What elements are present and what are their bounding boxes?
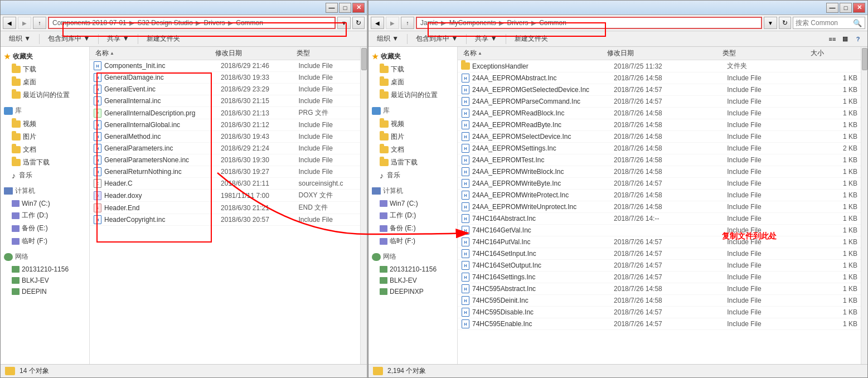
right-file-row[interactable]: H 74HC595Disable.Inc 2018/7/26 14:57 Inc…: [458, 307, 861, 318]
left-sidebar-item-quickdownload[interactable]: 迅雷下载: [1, 156, 89, 169]
right-scrollbar[interactable]: [861, 47, 867, 364]
right-share-button[interactable]: 共享 ▼: [470, 33, 502, 45]
right-computer-header[interactable]: 计算机: [368, 184, 457, 198]
right-file-row[interactable]: H 24AA_EEPROMReadBlock.Inc 2018/7/26 14:…: [458, 108, 861, 119]
right-file-row[interactable]: H 74HC164SetOutput.Inc 2018/7/26 14:57 I…: [458, 260, 861, 272]
left-col-name-header[interactable]: 名称 ▲: [93, 49, 213, 58]
left-file-row[interactable]: H GeneralParametersNone.inc 2018/6/30 19…: [90, 154, 360, 166]
left-file-row[interactable]: H GeneralMethod.inc 2018/6/30 19:43 Incl…: [90, 131, 360, 143]
right-back-button[interactable]: ◀: [371, 17, 384, 29]
left-maximize-button[interactable]: □: [339, 3, 351, 13]
right-sidebar-item-quickdownload[interactable]: 迅雷下载: [368, 156, 457, 169]
left-library-header[interactable]: 库: [1, 104, 89, 118]
right-up-button[interactable]: ↑: [401, 17, 414, 29]
left-sidebar-item-backupe[interactable]: 备份 (E:): [1, 222, 89, 235]
right-new-folder-button[interactable]: 新建文件夹: [510, 33, 553, 45]
right-file-row[interactable]: H 24AA_EEPROMSelectDevice.Inc 2018/7/26 …: [458, 131, 861, 143]
left-sidebar-item-tempf[interactable]: 临时 (F:): [1, 235, 89, 248]
right-file-row[interactable]: H 24AA_EEPROMWriteProtect.Inc 2018/7/26 …: [458, 190, 861, 201]
left-sidebar-item-recent[interactable]: 最近访问的位置: [1, 89, 89, 101]
right-sidebar-item-net2[interactable]: BLKJ-EV: [368, 275, 457, 286]
left-sidebar-item-download[interactable]: 下载: [1, 63, 89, 76]
left-file-row[interactable]: C Header.C 2018/6/30 21:11 sourceinsight…: [90, 178, 360, 190]
right-file-row[interactable]: H 24AA_EEPROMParseCommand.Inc 2018/7/26 …: [458, 96, 861, 108]
left-file-row[interactable]: H GeneralParameters.inc 2018/6/29 21:24 …: [90, 143, 360, 154]
right-file-row[interactable]: H 74HC164PutVal.Inc 2018/7/26 14:57 Incl…: [458, 236, 861, 248]
right-refresh-button[interactable]: ↻: [779, 17, 791, 29]
right-file-row[interactable]: H 24AA_EEPROMWriteByte.Inc 2018/7/26 14:…: [458, 178, 861, 190]
right-scrollbar-thumb[interactable]: [862, 48, 867, 70]
left-scrollbar[interactable]: [360, 47, 367, 364]
left-file-row[interactable]: H GeneralEvent.inc 2018/6/29 23:29 Inclu…: [90, 84, 360, 95]
left-col-type-header[interactable]: 类型: [294, 49, 357, 58]
right-favorites-header[interactable]: ★ 收藏夹: [368, 50, 457, 63]
right-sidebar-item-music[interactable]: ♪ 音乐: [368, 169, 457, 182]
right-search-icon[interactable]: 🔍: [853, 19, 862, 27]
left-sidebar-item-net2[interactable]: BLKJ-EV: [1, 275, 89, 286]
right-sidebar-item-tempf[interactable]: 临时 (F:): [368, 235, 457, 248]
right-file-row[interactable]: H 24AA_EEPROMWriteUnprotect.Inc 2018/7/2…: [458, 201, 861, 213]
right-sidebar-item-recent[interactable]: 最近访问的位置: [368, 89, 457, 101]
left-file-row[interactable]: H GeneralInternal.inc 2018/6/30 21:15 In…: [90, 95, 360, 107]
right-address-path[interactable]: Jamie ▶ MyComponents ▶ Drivers ▶ Common: [416, 17, 762, 29]
right-file-row[interactable]: H 74HC164SetInput.Inc 2018/7/26 14:57 In…: [458, 248, 861, 260]
right-file-row[interactable]: H 24AA_EEPROMAbstract.Inc 2018/7/26 14:5…: [458, 72, 861, 84]
right-file-row[interactable]: H 24AA_EEPROMGetSelectedDevice.Inc 2018/…: [458, 84, 861, 96]
right-file-row[interactable]: H 24AA_EEPROMTest.Inc 2018/7/26 14:58 In…: [458, 154, 861, 166]
left-address-path[interactable]: Components 2018-07-01 ▶ S32 Design Studi…: [48, 17, 336, 29]
right-file-row[interactable]: H 74HC595Enable.Inc 2018/7/26 14:57 Incl…: [458, 318, 861, 330]
left-favorites-header[interactable]: ★ 收藏夹: [1, 50, 89, 63]
left-sidebar-item-net3[interactable]: DEEPIN: [1, 286, 89, 297]
left-sidebar-item-winc[interactable]: Win7 (C:): [1, 198, 89, 209]
right-organize-button[interactable]: 组织 ▼: [372, 33, 404, 45]
right-add-library-button[interactable]: 包含到库中 ▼: [411, 33, 463, 45]
right-sidebar-item-documents[interactable]: 文档: [368, 143, 457, 156]
left-file-row[interactable]: H GeneralDamage.inc 2018/6/30 19:33 Incl…: [90, 72, 360, 84]
left-add-library-button[interactable]: 包含到库中 ▼: [43, 33, 95, 45]
right-col-date-header[interactable]: 修改日期: [605, 49, 721, 58]
left-organize-button[interactable]: 组织 ▼: [4, 33, 36, 45]
right-col-size-header[interactable]: 大小: [808, 49, 857, 58]
right-forward-button[interactable]: ▶: [386, 17, 399, 29]
left-file-row[interactable]: H Components_Init.inc 2018/6/29 21:46 In…: [90, 60, 360, 72]
left-sidebar-item-desktop[interactable]: 桌面: [1, 76, 89, 89]
right-dropdown-button[interactable]: ▼: [764, 17, 777, 29]
left-file-row[interactable]: H HeaderCopyright.inc 2018/6/30 20:57 In…: [90, 214, 360, 226]
right-col-type-header[interactable]: 类型: [720, 49, 808, 58]
left-dropdown-button[interactable]: ▼: [337, 17, 351, 29]
right-file-row[interactable]: H 24AA_EEPROMReadByte.Inc 2018/7/26 14:5…: [458, 119, 861, 131]
right-help-button[interactable]: ?: [852, 33, 864, 45]
left-computer-header[interactable]: 计算机: [1, 184, 89, 198]
right-sidebar-item-download[interactable]: 下载: [368, 63, 457, 76]
right-view-detail-button[interactable]: ▦: [839, 33, 851, 45]
left-forward-button[interactable]: ▶: [18, 17, 31, 29]
left-file-row[interactable]: H GeneralReturnNothing.inc 2018/6/30 19:…: [90, 166, 360, 178]
left-sidebar-item-music[interactable]: ♪ 音乐: [1, 169, 89, 182]
right-file-row[interactable]: H 74HC595Deinit.Inc 2018/7/26 14:58 Incl…: [458, 295, 861, 307]
left-refresh-button[interactable]: ↻: [352, 17, 365, 29]
right-library-header[interactable]: 库: [368, 104, 457, 118]
right-sidebar-item-video[interactable]: 视频: [368, 118, 457, 130]
left-sidebar-item-documents[interactable]: 文档: [1, 143, 89, 156]
right-file-row[interactable]: H 24AA_EEPROMWriteBlock.Inc 2018/7/26 14…: [458, 166, 861, 178]
left-sidebar-item-pictures[interactable]: 图片: [1, 130, 89, 143]
right-sidebar-item-backupe[interactable]: 备份 (E:): [368, 222, 457, 235]
left-file-row[interactable]: E Header.End 2018/6/30 21:21 END 文件: [90, 202, 360, 214]
left-file-row[interactable]: D Header.doxy 1981/11/11 7:00 DOXY 文件: [90, 190, 360, 202]
right-file-row[interactable]: H 24AA_EEPROMSettings.Inc 2018/7/26 14:5…: [458, 143, 861, 154]
right-network-header[interactable]: 网络: [368, 250, 457, 264]
left-close-button[interactable]: ✕: [352, 3, 365, 13]
right-sidebar-item-desktop[interactable]: 桌面: [368, 76, 457, 89]
right-search-input[interactable]: [796, 19, 851, 27]
right-file-row[interactable]: H 74HC164Abstract.Inc 2018/7/26 14:-- In…: [458, 213, 861, 225]
right-close-button[interactable]: ✕: [853, 3, 865, 13]
right-sidebar-item-workd[interactable]: 工作 (D:): [368, 209, 457, 222]
left-sidebar-item-video[interactable]: 视频: [1, 118, 89, 130]
left-minimize-button[interactable]: —: [326, 3, 338, 13]
left-col-date-header[interactable]: 修改日期: [213, 49, 294, 58]
left-sidebar-item-workd[interactable]: 工作 (D:): [1, 209, 89, 222]
left-file-row[interactable]: H GeneralInternalGlobal.inc 2018/6/30 21…: [90, 119, 360, 131]
left-network-header[interactable]: 网络: [1, 250, 89, 264]
right-sidebar-item-winc[interactable]: Win7 (C:): [368, 198, 457, 209]
right-minimize-button[interactable]: —: [826, 3, 838, 13]
